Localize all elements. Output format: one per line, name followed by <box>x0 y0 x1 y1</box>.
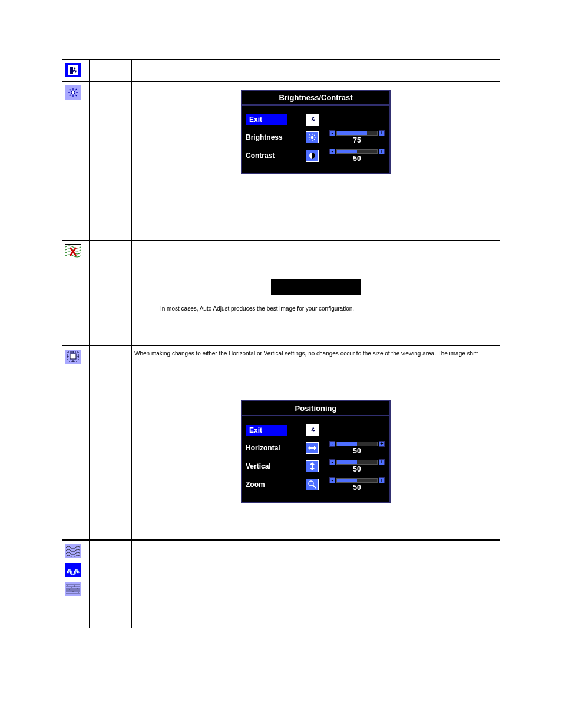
col-icon <box>62 345 90 540</box>
positioning-description: When making changes to either the Horizo… <box>134 349 497 360</box>
vertical-slider[interactable]: -+ 50 <box>328 459 386 473</box>
exit-run-icon <box>306 424 319 436</box>
col-desc: In most cases, Auto Adjust produces the … <box>131 241 500 345</box>
svg-line-8 <box>75 95 77 96</box>
vertical-value: 50 <box>353 466 361 473</box>
zoom-label: Zoom <box>246 480 301 489</box>
contrast-value: 50 <box>353 155 361 162</box>
osd-row-brightness[interactable]: Brightness -+ 75 <box>246 130 386 144</box>
horizontal-label: Horizontal <box>246 444 301 452</box>
noise-icon <box>65 581 81 597</box>
plus-button[interactable]: + <box>379 149 385 154</box>
svg-line-18 <box>314 139 315 140</box>
svg-line-7 <box>70 89 71 90</box>
horizontal-value: 50 <box>353 447 361 454</box>
osd-row-contrast[interactable]: Contrast -+ 50 <box>246 149 386 162</box>
col-icon <box>62 241 90 345</box>
phase-icon <box>65 562 81 578</box>
brightness-value: 75 <box>353 137 361 144</box>
osd-title: Positioning <box>242 401 389 416</box>
osd-row-exit[interactable]: Exit <box>246 424 386 436</box>
svg-line-20 <box>314 134 315 136</box>
minus-button[interactable]: - <box>329 149 335 154</box>
col-name <box>90 345 131 540</box>
svg-point-33 <box>67 585 68 586</box>
svg-line-9 <box>70 95 71 96</box>
col-name <box>90 59 131 81</box>
pixel-clock-icon <box>65 543 81 559</box>
svg-point-2 <box>71 91 75 94</box>
svg-line-10 <box>75 89 77 90</box>
svg-point-39 <box>78 592 79 593</box>
zoom-value: 50 <box>353 484 361 491</box>
exit-run-icon <box>306 114 319 126</box>
plus-button[interactable]: + <box>379 477 385 483</box>
svg-line-26 <box>313 485 316 488</box>
svg-line-19 <box>309 139 310 140</box>
svg-line-17 <box>309 134 310 136</box>
col-icon <box>62 59 90 81</box>
auto-adjust-icon <box>65 244 81 259</box>
contrast-label: Contrast <box>246 151 301 160</box>
svg-point-35 <box>74 585 75 587</box>
manual-osd-table: Brightness/Contrast Exit Brightness <box>0 0 562 664</box>
col-name <box>90 241 131 345</box>
svg-point-1 <box>74 68 76 70</box>
col-desc <box>131 59 500 81</box>
exit-button[interactable]: Exit <box>246 425 287 436</box>
minus-button[interactable]: - <box>329 477 335 483</box>
svg-point-34 <box>71 587 72 588</box>
col-desc: Brightness/Contrast Exit Brightness <box>131 81 500 241</box>
zoom-slider[interactable]: -+ 50 <box>328 477 386 491</box>
svg-point-36 <box>69 589 70 590</box>
osd-row-horizontal[interactable]: Horizontal -+ 50 <box>246 441 386 454</box>
col-name <box>90 81 131 241</box>
svg-point-11 <box>312 117 314 118</box>
svg-rect-23 <box>70 354 76 359</box>
minus-button[interactable]: - <box>329 130 335 136</box>
auto-adjust-progress-box <box>271 279 361 295</box>
osd-panel-positioning: Positioning Exit Horizontal <box>241 400 391 503</box>
col-icon <box>62 540 90 628</box>
osd-row-exit[interactable]: Exit <box>246 114 386 126</box>
svg-point-38 <box>72 591 74 592</box>
osd-title: Brightness/Contrast <box>242 91 389 106</box>
plus-button[interactable]: + <box>379 459 385 465</box>
col-icon <box>62 81 90 241</box>
minus-button[interactable]: - <box>329 441 335 447</box>
contrast-icon <box>306 150 319 162</box>
exit-button[interactable]: Exit <box>246 114 287 125</box>
minus-button[interactable]: - <box>329 459 335 465</box>
col-desc <box>131 540 500 628</box>
sun-icon <box>306 131 319 143</box>
osd-row-vertical[interactable]: Vertical -+ 50 <box>246 459 386 473</box>
svg-point-12 <box>311 136 314 139</box>
horizontal-slider[interactable]: -+ 50 <box>328 441 386 454</box>
sun-icon <box>65 85 81 100</box>
osd-panel-brightness-contrast: Brightness/Contrast Exit Brightness <box>241 90 391 174</box>
osd-row-zoom[interactable]: Zoom -+ 50 <box>246 477 386 491</box>
plus-button[interactable]: + <box>379 130 385 136</box>
positioning-icon <box>65 349 81 364</box>
auto-adjust-note: In most cases, Auto Adjust produces the … <box>160 305 497 312</box>
magnifier-icon <box>306 479 319 490</box>
contrast-slider[interactable]: -+ 50 <box>328 149 386 162</box>
horizontal-arrows-icon <box>306 442 319 454</box>
col-name <box>90 540 131 628</box>
svg-point-24 <box>312 427 314 429</box>
vertical-label: Vertical <box>246 462 301 470</box>
svg-point-37 <box>77 588 78 589</box>
osd-function-table: Brightness/Contrast Exit Brightness <box>62 59 500 628</box>
col-desc: When making changes to either the Horizo… <box>131 345 500 540</box>
brightness-slider[interactable]: -+ 75 <box>328 130 386 144</box>
brightness-label: Brightness <box>246 133 301 141</box>
exit-run-icon <box>65 62 81 78</box>
svg-point-25 <box>309 481 313 486</box>
vertical-arrows-icon <box>306 460 319 472</box>
plus-button[interactable]: + <box>379 441 385 447</box>
